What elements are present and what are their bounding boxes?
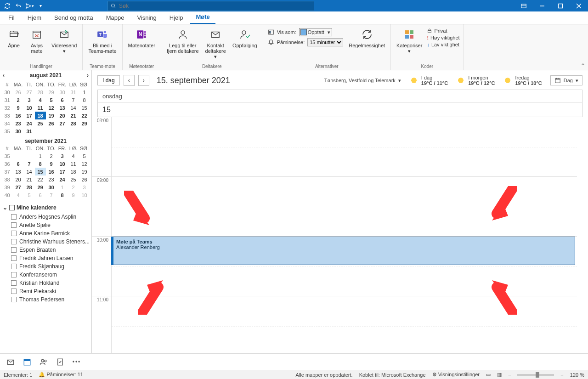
mini-cal-day[interactable]: 1	[79, 88, 90, 96]
mini-cal-day[interactable]: 23	[13, 119, 24, 127]
mini-cal-day[interactable]: 16	[13, 112, 24, 119]
mini-cal-day[interactable]: 28	[68, 119, 79, 127]
mini-cal-day[interactable]: 21	[68, 112, 79, 119]
tab-hjem[interactable]: Hjem	[22, 11, 47, 24]
mini-cal-day[interactable]: 7	[68, 96, 79, 104]
meeting-notes-button[interactable]: NMøtenotater	[125, 26, 158, 63]
mini-cal-day[interactable]: 31	[24, 127, 35, 135]
mini-calendar-1[interactable]: #MA.TI.ON.TO.FR.LØ.SØ.302627282930311312…	[2, 80, 90, 135]
mini-cal-day[interactable]: 7	[24, 160, 35, 168]
mini-cal-day[interactable]: 15	[35, 168, 46, 175]
mini-cal-day[interactable]: 5	[46, 96, 57, 104]
open-button[interactable]: Åpne	[3, 26, 25, 63]
mini-cal-day[interactable]: 2	[68, 183, 79, 191]
collapse-ribbon-icon[interactable]: ⌃	[581, 62, 585, 69]
checkbox[interactable]	[11, 280, 17, 286]
low-importance-button[interactable]: ↓Lav viktighet	[427, 42, 459, 47]
calendar-item[interactable]: Fredrik Skjønhaug	[3, 262, 89, 271]
zoom-slider[interactable]	[517, 374, 554, 376]
reminder-dropdown[interactable]: 15 minutter	[307, 38, 343, 46]
mini-cal-day[interactable]: 3	[24, 96, 35, 104]
calendar-item[interactable]: Fredrik Jahren Larsen	[3, 254, 89, 262]
mini-cal-day[interactable]: 9	[13, 104, 24, 112]
calendar-item[interactable]: Christine Warhuus Steners...	[3, 238, 89, 246]
customize-qat-icon[interactable]: ▾	[36, 1, 45, 11]
checkbox[interactable]	[11, 247, 17, 253]
cancel-meeting-button[interactable]: Avlys møte	[26, 26, 48, 63]
mini-cal-day[interactable]: 5	[24, 191, 35, 199]
mail-nav-icon[interactable]	[5, 356, 17, 368]
checkbox[interactable]	[11, 231, 17, 236]
mini-cal-day[interactable]: 22	[79, 112, 90, 119]
mini-cal-day[interactable]	[13, 152, 24, 160]
mini-cal-day[interactable]: 31	[68, 88, 79, 96]
tab-send-motta[interactable]: Send og motta	[49, 11, 99, 24]
appointment[interactable]: Møte på Teams Alexander Renberg	[111, 237, 575, 265]
next-day-button[interactable]: ›	[138, 75, 149, 86]
mini-cal-day[interactable]: 25	[68, 175, 79, 183]
view-normal-icon[interactable]: ▭	[486, 372, 491, 378]
mini-cal-day[interactable]: 23	[46, 175, 57, 183]
checkbox[interactable]	[11, 264, 17, 269]
mini-cal-day[interactable]: 6	[35, 191, 46, 199]
mini-cal-next[interactable]: ›	[87, 72, 89, 79]
mini-cal-day[interactable]: 11	[68, 160, 79, 168]
calendar-item[interactable]: Espen Braaten	[3, 246, 89, 254]
minimize-button[interactable]	[533, 0, 551, 11]
mini-cal-day[interactable]: 2	[46, 152, 57, 160]
mini-cal-day[interactable]: 19	[46, 112, 57, 119]
recurrence-button[interactable]: Regelmessighet	[346, 26, 388, 63]
mini-cal-day[interactable]: 10	[57, 160, 68, 168]
tab-mappe[interactable]: Mappe	[101, 11, 130, 24]
tasks-nav-icon[interactable]	[54, 356, 66, 368]
tab-mote[interactable]: Møte	[190, 11, 215, 24]
tab-fil[interactable]: Fil	[3, 11, 20, 24]
mini-cal-day[interactable]: 7	[46, 191, 57, 199]
today-button[interactable]: I dag	[97, 75, 120, 85]
checkbox[interactable]	[11, 288, 17, 294]
mini-cal-day[interactable]: 1	[57, 183, 68, 191]
mini-cal-day[interactable]: 24	[24, 119, 35, 127]
mini-cal-day[interactable]: 8	[57, 191, 68, 199]
mini-cal-day[interactable]	[46, 127, 57, 135]
mini-cal-day[interactable]: 17	[57, 168, 68, 175]
mini-cal-day[interactable]: 19	[79, 168, 90, 175]
mini-cal-day[interactable]: 3	[57, 152, 68, 160]
mini-cal-day[interactable]: 13	[57, 104, 68, 112]
time-grid[interactable]: 08:00 09:00 10:00 11:00 Møte på Teams Al…	[92, 117, 582, 353]
contact-attendees-button[interactable]: Kontakt deltakere▾	[203, 26, 229, 63]
mini-cal-day[interactable]: 29	[35, 183, 46, 191]
mini-cal-day[interactable]: 16	[46, 168, 57, 175]
mini-cal-day[interactable]: 15	[79, 104, 90, 112]
mini-cal-day[interactable]: 4	[35, 96, 46, 104]
undo-icon[interactable]	[14, 1, 23, 11]
mini-cal-day[interactable]: 28	[35, 88, 46, 96]
followup-button[interactable]: Oppfølging	[230, 26, 260, 63]
people-nav-icon[interactable]	[38, 356, 50, 368]
show-as-dropdown[interactable]: Opptatt▾	[299, 28, 332, 36]
mini-cal-day[interactable]: 28	[24, 183, 35, 191]
zoom-in-button[interactable]: +	[560, 372, 563, 378]
mini-cal-day[interactable]: 18	[68, 168, 79, 175]
sync-icon[interactable]	[3, 1, 12, 11]
checkbox[interactable]	[11, 239, 17, 244]
mini-cal-day[interactable]: 14	[68, 104, 79, 112]
checkbox[interactable]	[11, 255, 17, 261]
display-settings-button[interactable]: ⚙ Visningsinstillinger	[432, 372, 480, 378]
search-input[interactable]	[119, 3, 311, 9]
checkbox[interactable]	[11, 214, 17, 220]
maximize-button[interactable]	[551, 0, 570, 11]
mini-cal-day[interactable]: 21	[24, 175, 35, 183]
calendar-item[interactable]: Thomas Pedersen	[3, 295, 89, 304]
zoom-out-button[interactable]: −	[508, 372, 511, 378]
calendar-item[interactable]: Anette Sjølie	[3, 221, 89, 229]
status-reminders[interactable]: 🔔 Påminnelser: 11	[39, 372, 83, 378]
checkbox[interactable]	[11, 272, 17, 277]
categorize-button[interactable]: Kategoriser▾	[394, 26, 425, 63]
mini-cal-day[interactable]: 10	[24, 104, 35, 112]
mini-calendar-2[interactable]: #MA.TI.ON.TO.FR.LØ.SØ.351234536678910111…	[2, 144, 90, 199]
mini-cal-day[interactable]: 27	[57, 119, 68, 127]
mini-cal-day[interactable]: 11	[35, 104, 46, 112]
more-nav-icon[interactable]: •••	[71, 356, 83, 368]
mini-cal-day[interactable]: 30	[46, 183, 57, 191]
